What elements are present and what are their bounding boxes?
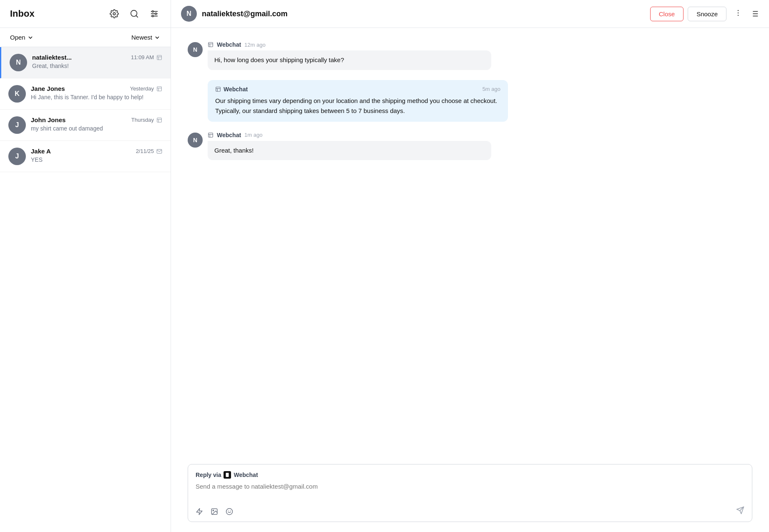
- list-icon: [750, 9, 759, 18]
- reply-via: Reply via Webchat: [196, 471, 744, 479]
- svg-rect-18: [157, 118, 162, 122]
- settings-button[interactable]: [108, 8, 121, 20]
- message-bubble: Great, thanks!: [208, 141, 491, 161]
- bot-msg-header-left: Webchat: [215, 86, 248, 93]
- svg-rect-15: [157, 86, 162, 91]
- status-filter-label: Open: [10, 34, 25, 41]
- msg-header: Webchat 1m ago: [208, 132, 752, 138]
- conv-name: Jake A: [31, 148, 51, 155]
- conv-preview: Hi Jane, this is Tanner. I'd be happy to…: [31, 94, 162, 100]
- conv-header-row: Jake A 2/11/25: [31, 148, 162, 155]
- msg-time: 12m ago: [244, 42, 266, 48]
- left-header: Inbox: [0, 0, 171, 28]
- svg-rect-12: [157, 55, 162, 60]
- msg-header: Webchat 12m ago: [208, 41, 752, 48]
- reply-input[interactable]: [196, 483, 744, 499]
- svg-rect-30: [209, 43, 213, 47]
- conv-name: John Jones: [31, 116, 65, 123]
- svg-point-22: [738, 12, 739, 13]
- webchat-icon: [208, 132, 214, 138]
- more-vertical-icon: [734, 9, 742, 17]
- svg-point-40: [227, 476, 228, 476]
- channel-icon: [156, 86, 162, 92]
- webchat-channel-icon: [224, 471, 231, 479]
- lightning-icon: [196, 508, 203, 515]
- conv-preview: YES: [31, 156, 162, 163]
- quick-reply-button[interactable]: [196, 508, 203, 515]
- phone-icon: [225, 472, 230, 477]
- conv-header-row: John Jones Thursday: [31, 116, 162, 123]
- message-bubble: Hi, how long does your shipping typicall…: [208, 50, 491, 70]
- svg-point-43: [213, 510, 214, 511]
- reply-channel-label: Webchat: [234, 472, 258, 478]
- msg-content: Webchat 12m ago Hi, how long does your s…: [208, 41, 752, 70]
- image-button[interactable]: [211, 508, 218, 515]
- svg-marker-41: [196, 508, 202, 514]
- inbox-title: Inbox: [10, 8, 35, 19]
- list-view-button[interactable]: [750, 9, 759, 18]
- avatar: N: [188, 133, 203, 148]
- webchat-icon: [208, 42, 214, 48]
- right-header: N nataliektest@gmail.com Close Snooze: [171, 0, 769, 28]
- sort-filter-dropdown[interactable]: Newest: [131, 34, 161, 41]
- channel-name: Webchat: [217, 132, 241, 138]
- message-group: N Webchat 12m ago Hi, how long does your…: [188, 41, 752, 70]
- header-icons: [108, 8, 161, 20]
- svg-rect-33: [216, 87, 221, 91]
- chevron-down-icon-2: [154, 34, 161, 41]
- sort-filter-label: Newest: [131, 34, 152, 41]
- message-group: N Webchat 1m ago Great, thanks!: [188, 132, 752, 161]
- conv-meta: 11:09 AM: [131, 54, 162, 60]
- email-icon: [156, 148, 162, 154]
- conv-time: 2/11/25: [136, 148, 154, 154]
- message-text: Our shipping times vary depending on you…: [215, 96, 500, 116]
- webchat-icon: [215, 86, 221, 92]
- svg-rect-36: [209, 133, 213, 137]
- filter-bar: Open Newest: [0, 28, 171, 47]
- filter-button[interactable]: [148, 8, 161, 20]
- send-icon: [736, 506, 744, 514]
- status-filter-dropdown[interactable]: Open: [10, 34, 34, 41]
- filter-icon: [150, 9, 159, 18]
- conversation-item[interactable]: K Jane Jones Yesterday Hi Jane, this is …: [0, 78, 171, 110]
- send-button[interactable]: [736, 506, 744, 517]
- emoji-button[interactable]: [226, 508, 233, 515]
- svg-point-23: [738, 15, 739, 16]
- conversation-list: N nataliektest... 11:09 AM Great, thanks…: [0, 47, 171, 532]
- conv-time: 11:09 AM: [131, 54, 154, 60]
- svg-rect-39: [226, 473, 229, 477]
- emoji-icon: [226, 508, 233, 515]
- more-options-button[interactable]: [731, 7, 746, 21]
- channel-name: Webchat: [217, 41, 241, 48]
- conv-content: nataliektest... 11:09 AM Great, thanks!: [32, 54, 162, 69]
- svg-point-21: [738, 10, 739, 11]
- close-button[interactable]: Close: [650, 7, 684, 21]
- left-panel: Inbox Open: [0, 0, 171, 532]
- contact-email: nataliektest@gmail.com: [202, 10, 645, 18]
- header-actions: Close Snooze: [650, 7, 759, 21]
- reply-via-label: Reply via: [196, 472, 221, 478]
- avatar: N: [181, 6, 197, 22]
- snooze-button[interactable]: Snooze: [688, 7, 726, 21]
- search-button[interactable]: [128, 8, 141, 20]
- avatar: N: [188, 42, 203, 57]
- gear-icon: [110, 9, 119, 18]
- msg-time: 1m ago: [244, 132, 262, 138]
- channel-icon: [156, 117, 162, 123]
- bot-message-container: Webchat 5m ago Our shipping times vary d…: [208, 80, 508, 122]
- msg-time: 5m ago: [483, 86, 500, 92]
- chevron-down-icon: [27, 34, 34, 41]
- svg-line-2: [136, 15, 138, 17]
- bot-message-wrapper: Webchat 5m ago Our shipping times vary d…: [188, 80, 752, 122]
- conversation-item[interactable]: J John Jones Thursday my shirt came out …: [0, 110, 171, 141]
- msg-content: Webchat 1m ago Great, thanks!: [208, 132, 752, 161]
- conv-time: Thursday: [131, 117, 154, 123]
- conv-meta: Yesterday: [130, 85, 162, 92]
- image-icon: [211, 508, 218, 515]
- conversation-item[interactable]: N nataliektest... 11:09 AM Great, thanks…: [0, 47, 171, 78]
- avatar: J: [8, 116, 26, 134]
- conv-content: Jake A 2/11/25 YES: [31, 148, 162, 163]
- svg-point-44: [226, 508, 233, 514]
- conv-preview: Great, thanks!: [32, 63, 162, 69]
- conversation-item[interactable]: J Jake A 2/11/25 YES: [0, 141, 171, 172]
